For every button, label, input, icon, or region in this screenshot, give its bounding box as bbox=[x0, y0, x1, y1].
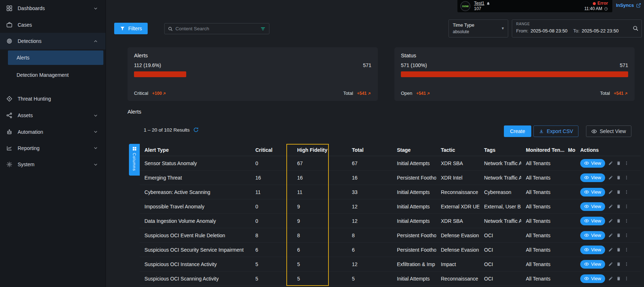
more-options-icon[interactable] bbox=[624, 175, 629, 180]
columns-button[interactable]: Columns bbox=[129, 144, 140, 176]
delete-icon[interactable] bbox=[616, 204, 621, 209]
cell-monitored-tenants: All Tenants bbox=[521, 175, 565, 181]
insyncs-link[interactable]: InSyncs bbox=[616, 3, 641, 8]
create-button[interactable]: Create bbox=[504, 125, 531, 137]
header-critical[interactable]: Critical bbox=[251, 147, 292, 153]
more-options-icon[interactable] bbox=[624, 204, 629, 209]
sidebar-item-alerts[interactable]: Alerts bbox=[8, 50, 103, 65]
sidebar-item-label: Reporting bbox=[18, 145, 93, 151]
more-options-icon[interactable] bbox=[624, 276, 629, 281]
view-button[interactable]: View bbox=[580, 260, 605, 269]
view-button[interactable]: View bbox=[580, 202, 605, 211]
external-link-icon bbox=[636, 3, 641, 8]
edit-icon[interactable] bbox=[608, 233, 613, 238]
range-search-icon[interactable] bbox=[632, 25, 639, 31]
time-range-box[interactable]: RANGE From: 2025-05-08 23:50 To: 2025-05… bbox=[512, 19, 642, 37]
sidebar-item-system[interactable]: System bbox=[0, 156, 106, 173]
more-options-icon[interactable] bbox=[624, 247, 629, 252]
header-tactic[interactable]: Tactic bbox=[436, 147, 479, 153]
servicenow-logo[interactable]: now bbox=[460, 1, 470, 11]
filters-label: Filters bbox=[128, 26, 142, 31]
edit-icon[interactable] bbox=[608, 190, 613, 194]
table-row[interactable]: Suspicious OCI Event Rule Deletion 8 8 8… bbox=[140, 228, 641, 243]
filters-button[interactable]: Filters bbox=[114, 23, 148, 34]
delete-icon[interactable] bbox=[616, 218, 621, 223]
more-options-icon[interactable] bbox=[624, 262, 629, 266]
cell-actions: View bbox=[576, 173, 641, 182]
sidebar-item-label: Detections bbox=[18, 38, 93, 44]
delete-icon[interactable] bbox=[616, 161, 621, 165]
header-stage[interactable]: Stage bbox=[392, 147, 436, 153]
select-view-button[interactable]: Select View bbox=[586, 125, 631, 137]
bell-icon[interactable] bbox=[486, 1, 490, 5]
cell-critical: 11 bbox=[251, 189, 292, 195]
cell-tactic: XDR SBA bbox=[436, 160, 479, 166]
more-options-icon[interactable] bbox=[624, 190, 629, 194]
cell-monitored-tenants: All Tenants bbox=[521, 233, 565, 238]
view-button[interactable]: View bbox=[580, 159, 605, 168]
search-input[interactable] bbox=[175, 26, 258, 31]
edit-icon[interactable] bbox=[608, 276, 613, 281]
cell-alert-type: Emerging Threat bbox=[140, 175, 251, 181]
table-row[interactable]: Suspicious OCI Instance Activity 5 5 12 … bbox=[140, 257, 641, 271]
delete-icon[interactable] bbox=[616, 247, 621, 252]
username-link[interactable]: Test1 bbox=[474, 1, 484, 6]
sidebar-item-assets[interactable]: Assets bbox=[0, 107, 106, 124]
chevron-down-icon bbox=[93, 162, 98, 167]
more-options-icon[interactable] bbox=[624, 233, 629, 238]
header-total[interactable]: Total bbox=[347, 147, 392, 153]
cell-tags: OCI bbox=[479, 247, 521, 253]
table-row[interactable]: Cybereason: Active Scanning 11 11 33 Ini… bbox=[140, 185, 641, 199]
sidebar-item-dashboards[interactable]: Dashboards bbox=[0, 0, 106, 17]
cell-critical: 0 bbox=[251, 218, 292, 224]
view-button[interactable]: View bbox=[580, 173, 605, 182]
view-button[interactable]: View bbox=[580, 188, 605, 197]
delete-icon[interactable] bbox=[616, 175, 621, 180]
edit-icon[interactable] bbox=[608, 161, 613, 165]
sidebar-item-detection-management[interactable]: Detection Management bbox=[0, 66, 106, 84]
view-button[interactable]: View bbox=[580, 274, 605, 283]
delete-icon[interactable] bbox=[616, 233, 621, 238]
table-row[interactable]: Impossible Travel Anomaly 0 9 12 Initial… bbox=[140, 199, 641, 214]
delete-icon[interactable] bbox=[616, 276, 621, 281]
table-row[interactable]: Suspicious OCI Scanning Activity 5 5 5 I… bbox=[140, 271, 641, 286]
card-right-value: 571 bbox=[363, 62, 371, 68]
time-type-dropdown[interactable]: Time Type absolute ▼ bbox=[448, 19, 508, 37]
table-row[interactable]: Emerging Threat 16 16 16 Persistent Foot… bbox=[140, 171, 641, 185]
edit-icon[interactable] bbox=[608, 218, 613, 223]
view-button[interactable]: View bbox=[580, 217, 605, 225]
table-row[interactable]: Data Ingestion Volume Anomaly 0 9 12 Ini… bbox=[140, 214, 641, 228]
sidebar-item-automation[interactable]: Automation bbox=[0, 124, 106, 140]
sidebar-item-reporting[interactable]: Reporting bbox=[0, 140, 106, 156]
sidebar-item-cases[interactable]: Cases bbox=[0, 17, 106, 33]
query-filter-icon[interactable] bbox=[260, 26, 266, 32]
sidebar-item-threat-hunting[interactable]: Threat Hunting bbox=[0, 90, 106, 107]
progress-bar-fill bbox=[134, 71, 186, 77]
edit-icon[interactable] bbox=[608, 262, 613, 266]
header-high-fidelity[interactable]: High Fidelity bbox=[292, 147, 347, 153]
card-footer-left: Open +541 bbox=[401, 90, 430, 96]
table-row[interactable]: Suspicious OCI Security Service Impairme… bbox=[140, 243, 641, 257]
view-button[interactable]: View bbox=[580, 231, 605, 240]
header-alert-type[interactable]: Alert Type bbox=[140, 147, 251, 153]
header-monitored-tenants[interactable]: Monitored Ten... bbox=[521, 147, 565, 153]
edit-icon[interactable] bbox=[608, 204, 613, 209]
header-mo[interactable]: Mo bbox=[565, 147, 576, 153]
eye-icon bbox=[584, 204, 589, 209]
view-button[interactable]: View bbox=[580, 246, 605, 254]
chevron-up-icon bbox=[93, 39, 98, 44]
more-options-icon[interactable] bbox=[624, 161, 629, 165]
alerts-table: Alert Type Critical High Fidelity Total … bbox=[140, 144, 641, 286]
delete-icon[interactable] bbox=[616, 262, 621, 266]
more-options-icon[interactable] bbox=[624, 218, 629, 223]
export-csv-button[interactable]: Export CSV bbox=[533, 125, 578, 137]
table-row[interactable]: Sensor Status Anomaly 0 67 67 Initial At… bbox=[140, 156, 641, 171]
header-tags[interactable]: Tags bbox=[479, 147, 521, 153]
edit-icon[interactable] bbox=[608, 247, 613, 252]
refresh-icon[interactable] bbox=[193, 127, 199, 133]
card-right-value: 571 bbox=[620, 62, 628, 68]
cell-alert-type: Sensor Status Anomaly bbox=[140, 160, 251, 166]
edit-icon[interactable] bbox=[608, 175, 613, 180]
delete-icon[interactable] bbox=[616, 190, 621, 194]
sidebar-item-detections[interactable]: Detections bbox=[0, 33, 106, 49]
